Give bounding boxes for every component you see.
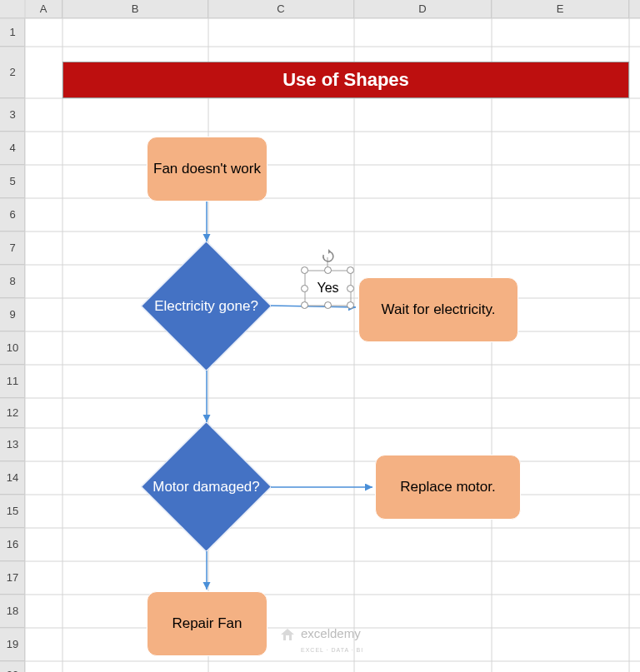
row-header-4[interactable]: 4 [0, 132, 25, 165]
row-header-3[interactable]: 3 [0, 98, 25, 132]
col-header-C[interactable]: C [208, 0, 354, 18]
gridlines [0, 0, 640, 672]
resize-handle-sw[interactable] [301, 301, 308, 309]
shape-fan[interactable]: Fan doesn't work [147, 137, 268, 202]
shape-repair-text: Repair Fan [172, 615, 242, 632]
row-header-9[interactable]: 9 [0, 298, 25, 331]
row-header-6[interactable]: 6 [0, 198, 25, 231]
svg-rect-32 [305, 271, 351, 306]
shape-fan-text: Fan doesn't work [153, 161, 261, 177]
resize-handle-e[interactable] [347, 285, 354, 292]
col-header-E[interactable]: E [492, 0, 629, 18]
resize-handle-ne[interactable] [347, 266, 354, 274]
title-text: Use of Shapes [282, 69, 409, 91]
shape-wait-text: Wait for electricity. [382, 301, 496, 318]
row-header-18[interactable]: 18 [0, 595, 25, 628]
rotate-handle[interactable] [321, 249, 336, 267]
row-header-20[interactable]: 20 [0, 661, 25, 672]
shape-replace-text: Replace motor. [400, 479, 495, 495]
resize-handle-w[interactable] [301, 285, 308, 292]
col-header-A[interactable]: A [25, 0, 62, 18]
col-header-B[interactable]: B [62, 0, 208, 18]
row-header-11[interactable]: 11 [0, 365, 25, 398]
shape-electricity-text: Electricity gone? [154, 298, 258, 315]
resize-handle-nw[interactable] [301, 266, 308, 274]
watermark: exceldemy EXCEL · DATA · BI [279, 626, 363, 655]
row-header-13[interactable]: 13 [0, 428, 25, 461]
col-header-D[interactable]: D [354, 0, 492, 18]
row-header-5[interactable]: 5 [0, 165, 25, 198]
row-header-2[interactable]: 2 [0, 47, 25, 98]
house-icon [279, 626, 296, 643]
svg-rect-34 [286, 635, 289, 640]
row-header-16[interactable]: 16 [0, 528, 25, 561]
row-header-14[interactable]: 14 [0, 461, 25, 495]
row-header-8[interactable]: 8 [0, 265, 25, 298]
spreadsheet-grid: ABCDE 1234567891011121314151617181920 Us… [0, 0, 640, 672]
shape-motor[interactable]: Motor damaged? [142, 422, 271, 551]
row-header-12[interactable]: 12 [0, 398, 25, 428]
shape-motor-text: Motor damaged? [152, 479, 260, 495]
resize-handle-s[interactable] [324, 301, 332, 309]
rotate-icon [321, 249, 336, 264]
shape-wait[interactable]: Wait for electricity. [358, 277, 518, 342]
watermark-tagline: EXCEL · DATA · BI [301, 647, 363, 653]
row-header-1[interactable]: 1 [0, 18, 25, 47]
resize-handle-n[interactable] [324, 266, 332, 274]
row-header-15[interactable]: 15 [0, 495, 25, 528]
resize-handle-se[interactable] [347, 301, 354, 309]
row-header-7[interactable]: 7 [0, 231, 25, 265]
title-bar: Use of Shapes [62, 62, 629, 98]
row-header-19[interactable]: 19 [0, 628, 25, 661]
shape-replace[interactable]: Replace motor. [375, 455, 521, 520]
shape-repair[interactable]: Repair Fan [147, 591, 268, 656]
row-header-17[interactable]: 17 [0, 561, 25, 595]
watermark-brand: exceldemy [301, 626, 361, 640]
textbox-yes-selected[interactable]: Yes [305, 271, 351, 306]
shape-electricity[interactable]: Electricity gone? [142, 241, 271, 371]
row-header-10[interactable]: 10 [0, 331, 25, 365]
selection-border [305, 271, 351, 306]
